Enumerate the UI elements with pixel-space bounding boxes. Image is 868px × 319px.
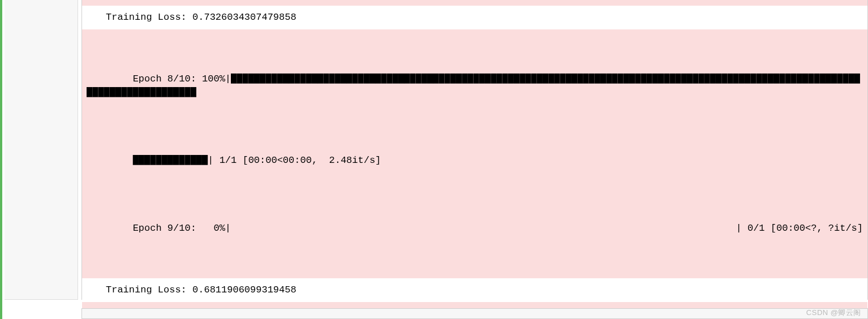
training-loss-line: Training Loss: 0.6811906099319458 <box>106 284 297 295</box>
notebook-output-wrap: Training Loss: 0.7326034307479858 Epoch … <box>0 0 868 319</box>
progress-prefix: Epoch 8/10: 100%| <box>133 74 231 84</box>
output-content: Training Loss: 0.7326034307479858 Epoch … <box>81 0 868 300</box>
progress-stats: | 1/1 [00:00<00:00, 2.48it/s] <box>208 155 381 166</box>
cell-prompt-gutter <box>5 0 78 300</box>
stderr-block-epoch8: Epoch 8/10: 100%|███████████████████████… <box>82 29 867 278</box>
watermark-text: CSDN @卿云阁 <box>806 308 861 318</box>
stdout-block: Training Loss: 0.7326034307479858 <box>82 6 867 29</box>
stderr-block-top-sliver <box>82 0 867 6</box>
training-loss-line: Training Loss: 0.7326034307479858 <box>106 12 297 23</box>
progress-prefix: Epoch 9/10: 0%| <box>133 223 231 234</box>
progress-stats: | 0/1 [00:00<?, ?it/s] <box>736 222 863 235</box>
progress-bar-icon: █████████████ <box>133 155 208 166</box>
stdout-block: Training Loss: 0.6811906099319458 <box>82 278 867 302</box>
next-cell-input[interactable] <box>81 308 868 319</box>
